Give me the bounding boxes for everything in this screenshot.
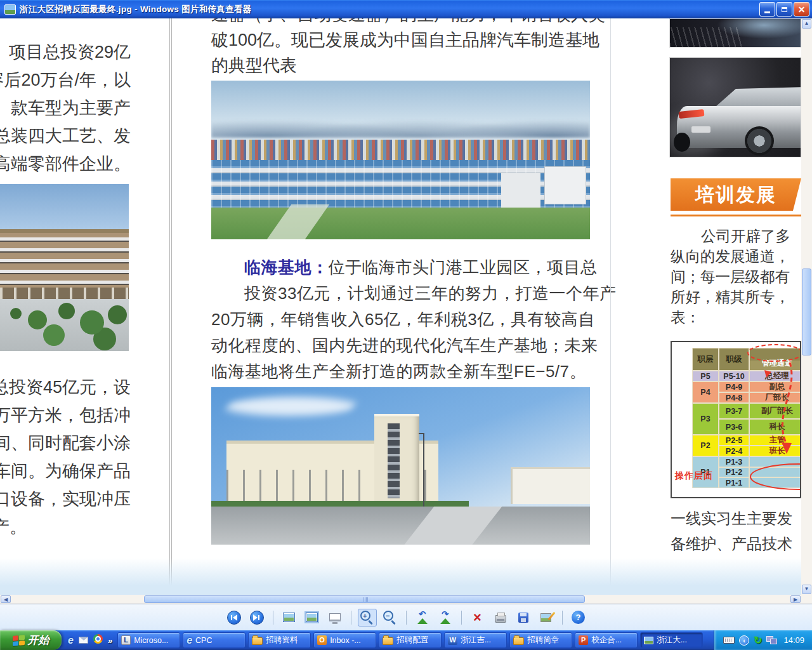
- table-cell: 科长: [749, 419, 801, 435]
- quick-launch-outlook-express[interactable]: [79, 635, 88, 646]
- text-line: 万平方米，包括冲: [0, 401, 131, 429]
- table-cell: P4-9: [719, 381, 749, 392]
- toolbar-separator: [273, 611, 273, 625]
- text-line: 临海基地将生产全新打造的两款全新车型FE−5/7。: [211, 359, 594, 385]
- windows-flag-icon: [13, 635, 25, 646]
- toolbar-separator: [461, 611, 462, 625]
- factory-street-photo: [211, 387, 590, 545]
- toolbar-separator: [562, 611, 563, 625]
- close-button[interactable]: ✕: [794, 2, 809, 17]
- task-zhejiang-da-image[interactable]: 浙江大...: [640, 632, 703, 648]
- keyboard-layout-icon[interactable]: [723, 637, 735, 644]
- print-button[interactable]: [491, 609, 510, 627]
- table-cell: P5: [692, 371, 719, 381]
- text-line: 公司开辟了多: [671, 226, 801, 246]
- scroll-up-button[interactable]: ▲: [802, 19, 811, 29]
- window-title: 浙江大区招聘反面最最终.jpg - Windows 图片和传真查看器: [20, 4, 252, 15]
- table-cell: 职级: [719, 348, 749, 371]
- suv-rear-photo: [669, 57, 801, 157]
- text-line: 纵向的发展通道，: [671, 246, 801, 267]
- horizontal-scroll-thumb[interactable]: [144, 595, 585, 603]
- save-button[interactable]: [514, 609, 533, 627]
- table-cell: [749, 477, 801, 488]
- restore-button[interactable]: [776, 2, 792, 17]
- text-line: 投资33亿元，计划通过三年的努力，打造一个年产: [211, 281, 594, 307]
- job-grade-table: 职层职级管理通道P5P5-10总经理P4P4-9副总P4-8厂部长P3P3-7副…: [671, 341, 801, 498]
- text-line: 表：: [671, 307, 801, 328]
- text-line: 备维护、产品技术: [671, 531, 801, 557]
- page-bottom-fade: [0, 558, 801, 595]
- scroll-down-button[interactable]: ▼: [802, 585, 811, 594]
- text-line: 破100亿。现已发展成为中国自主品牌汽车制造基地: [211, 27, 592, 53]
- aerial-industrial-park-photo: [211, 81, 590, 239]
- table-cell: 副总: [749, 381, 801, 392]
- best-fit-button[interactable]: [280, 609, 299, 627]
- quick-launch-internet-explorer[interactable]: e: [68, 635, 74, 646]
- zoom-in-button[interactable]: +: [358, 609, 377, 627]
- rotate-clockwise-button[interactable]: ↷: [436, 609, 455, 627]
- table-cell: P2-5: [719, 435, 749, 446]
- task-zhaopin-jianzhang[interactable]: 招聘简章: [509, 632, 572, 648]
- left-bottom-text: 总投资45亿元，设万平方米，包括冲间、同时配套小涂车间。为确保产品口设备，实现冲…: [0, 373, 131, 513]
- task-buttons: LMicroso...eCPC招聘资料OInbox -...招聘配置W浙江吉..…: [117, 632, 714, 648]
- text-line: 容后20万台/年，以: [0, 66, 131, 94]
- slideshow-button[interactable]: [325, 609, 344, 627]
- table-cell: [749, 467, 801, 477]
- text-line: 车间。为确保产品: [0, 457, 131, 485]
- edit-button[interactable]: [537, 609, 556, 627]
- table-cell: P1-2: [719, 467, 749, 477]
- actual-size-button[interactable]: [303, 609, 322, 627]
- vertical-scroll-thumb[interactable]: [802, 269, 811, 355]
- table-cell: P3-6: [719, 419, 749, 435]
- window-titlebar: 浙江大区招聘反面最最终.jpg - Windows 图片和传真查看器 ✕: [0, 0, 812, 18]
- task-zhaopin-ziliao[interactable]: 招聘资料: [248, 632, 311, 648]
- photo-canvas: 速器（手、自动变速器）的生产能力，年销售收入突破100亿。现已发展成为中国自主品…: [0, 18, 801, 595]
- delete-button[interactable]: ×: [468, 609, 487, 627]
- scroll-left-button[interactable]: ◀: [1, 595, 11, 603]
- scroll-right-button[interactable]: ▶: [790, 595, 801, 603]
- text-line: 的典型代表: [211, 53, 592, 78]
- next-image-button[interactable]: [247, 609, 266, 627]
- minimize-button[interactable]: [759, 2, 775, 17]
- text-line: 总装四大工艺、发: [0, 122, 131, 150]
- viewer-toolbar: +−↶↷×?: [0, 604, 812, 630]
- table-cell: P4: [692, 381, 719, 403]
- help-button[interactable]: ?: [569, 609, 588, 627]
- hide-tray-icons-button[interactable]: ‹: [739, 635, 749, 646]
- vertical-scrollbar[interactable]: ▲ ▼: [801, 18, 812, 595]
- task-inbox[interactable]: OInbox -...: [313, 632, 376, 648]
- start-button[interactable]: 开始: [0, 630, 62, 650]
- linhai-paragraph: 临海基地：位于临海市头门港工业园区，项目总 投资33亿元，计划通过三年的努力，打…: [211, 255, 594, 385]
- quick-launch-more[interactable]: »: [108, 635, 112, 646]
- clock: 14:09: [783, 635, 804, 645]
- table-cell: P3-7: [719, 403, 749, 419]
- text-line: 动化程度的、国内先进的现代化汽车生产基地；未来: [211, 333, 594, 359]
- training-text: 公司开辟了多纵向的发展通道，间；每一层级都有所好，精其所专，表：: [671, 226, 801, 328]
- sync-icon[interactable]: ↻: [754, 635, 762, 646]
- scrollbar-corner: [801, 595, 812, 604]
- text-line: 款车型为主要产: [0, 94, 131, 122]
- task-microso[interactable]: LMicroso...: [117, 632, 180, 648]
- task-zhaopin-peizhi[interactable]: 招聘配置: [379, 632, 442, 648]
- text-line: 高端零部件企业。: [0, 150, 131, 178]
- network-icon[interactable]: [766, 636, 777, 644]
- table-cell: P2-4: [719, 446, 749, 456]
- text-line: 速器（手、自动变速器）的生产能力，年销售收入突: [211, 18, 592, 27]
- intern-text: 一线实习生主要发备维护、产品技术: [671, 506, 801, 557]
- task-cpc[interactable]: eCPC: [183, 632, 246, 648]
- office-building-photo: [0, 184, 129, 351]
- middle-top-text: 速器（手、自动变速器）的生产能力，年销售收入突破100亿。现已发展成为中国自主品…: [211, 18, 592, 78]
- text-line: 总投资45亿元，设: [0, 373, 131, 401]
- task-xiaoqi-ppt[interactable]: P校企合...: [575, 632, 638, 648]
- task-zhejiang-ji-doc[interactable]: W浙江吉...: [444, 632, 507, 648]
- table-cell: 总经理: [749, 371, 801, 381]
- horizontal-scrollbar[interactable]: ◀ ▶: [0, 595, 801, 604]
- rotate-counterclockwise-button[interactable]: ↶: [413, 609, 432, 627]
- quick-launch-chrome[interactable]: [93, 634, 103, 646]
- column-divider-left: [169, 18, 172, 595]
- quick-launch-bar: e»: [62, 634, 117, 646]
- table-cell: 管理通道: [749, 348, 801, 371]
- text-line: 间、同时配套小涂: [0, 429, 131, 457]
- previous-image-button[interactable]: [225, 609, 244, 627]
- zoom-out-button[interactable]: −: [381, 609, 400, 627]
